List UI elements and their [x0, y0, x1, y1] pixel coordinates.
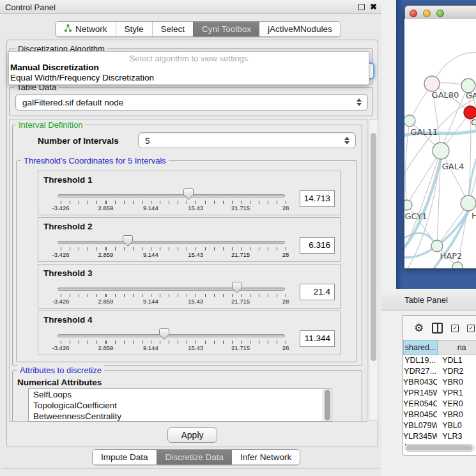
- threshold-panel-1: Threshold 1-3.4262.8599.14415.4321.71528…: [38, 171, 341, 215]
- column-header-name[interactable]: na: [438, 340, 476, 355]
- table-row[interactable]: YBR043CYBR0: [403, 377, 476, 388]
- table-header-row: shared... na: [403, 340, 476, 355]
- tick-label: 21.715: [231, 344, 250, 351]
- slider-track[interactable]: [58, 334, 285, 337]
- attribute-item-topologicalcoefficient[interactable]: TopologicalCoefficient: [29, 400, 332, 411]
- combo-stepper-icon: [357, 98, 362, 106]
- scrollbar-thumb[interactable]: [371, 133, 376, 361]
- cell-shared-name: YER054C: [403, 399, 437, 410]
- table-toolbar: ⚙ ✓ ✓: [403, 316, 476, 340]
- window-close-icon[interactable]: [410, 10, 417, 17]
- number-of-intervals-combobox[interactable]: 5: [138, 132, 356, 148]
- network-node-c[interactable]: [464, 106, 476, 119]
- table-row[interactable]: YDL19...YDL1: [403, 355, 476, 366]
- network-icon: [64, 24, 72, 35]
- cell-name: YBR0: [437, 410, 476, 420]
- column-header-shared-name[interactable]: shared...: [403, 340, 438, 355]
- network-node-gal80[interactable]: [424, 76, 440, 91]
- network-node-h[interactable]: [461, 196, 476, 211]
- network-canvas[interactable]: GAL80GACGAL11GAL4GCY1HHAP2: [404, 19, 476, 268]
- slider-track[interactable]: [58, 194, 285, 197]
- tick-label: 21.715: [231, 251, 250, 258]
- threshold-value-field[interactable]: 14.713: [300, 190, 335, 207]
- cytoscape-app: Control Panel ✖ NetworkStyleSelectCyni T…: [0, 0, 476, 476]
- tab-label: Style: [125, 24, 144, 34]
- tick-label: 2.859: [98, 298, 114, 305]
- network-node-gal4[interactable]: [433, 142, 449, 159]
- table-row[interactable]: YER054CYER0: [403, 399, 476, 410]
- network-node-hap2[interactable]: [431, 240, 443, 252]
- checkbox-checked-icon[interactable]: ✓: [451, 325, 459, 332]
- tab-cyni-toolbox[interactable]: Cyni Toolbox: [193, 22, 259, 36]
- threshold-panel-4: Threshold 4-3.4262.8599.14415.4321.71528…: [38, 311, 341, 355]
- tick-label: 2.859: [98, 344, 114, 351]
- tick-label: -3.426: [52, 251, 70, 258]
- tab-jactivemnodules[interactable]: jActiveMNodules: [259, 22, 341, 36]
- cell-shared-name: YPR145W: [403, 388, 437, 399]
- cell-name: YDR2: [437, 366, 476, 377]
- dropdown-option-equal-width-frequency-discretization[interactable]: Equal Width/Frequency Discretization: [9, 73, 369, 83]
- tab-label: Network: [75, 24, 107, 34]
- checkbox-checked-icon[interactable]: ✓: [467, 325, 475, 332]
- dropdown-option-manual-discretization[interactable]: Manual Discretization: [9, 63, 369, 73]
- table-rows: YDL19...YDL1YDR27...YDR2YBR043CYBR0YPR14…: [403, 355, 476, 453]
- table-row[interactable]: YDR27...YDR2: [403, 366, 476, 377]
- table-horizontal-scrollbar[interactable]: [404, 444, 475, 452]
- slider-thumb[interactable]: [159, 328, 169, 340]
- tick-label: 9.144: [143, 344, 158, 351]
- node-label: GA: [466, 91, 476, 100]
- scrollbar-thumb[interactable]: [325, 390, 330, 420]
- control-panel-titlebar: Control Panel ✖: [0, 0, 381, 14]
- tab-impute-data[interactable]: Impute Data: [93, 450, 157, 464]
- tick-label: 2.859: [98, 204, 114, 211]
- float-window-icon[interactable]: [358, 4, 365, 10]
- table-row[interactable]: YBR045CYBR0: [403, 410, 476, 420]
- network-node-gcy1[interactable]: [404, 200, 412, 210]
- threshold-panel-3: Threshold 3-3.4262.8599.14415.4321.71528…: [38, 264, 341, 309]
- close-icon[interactable]: ✖: [370, 2, 377, 12]
- window-minimize-icon[interactable]: [423, 10, 431, 17]
- split-columns-icon[interactable]: [432, 323, 443, 334]
- cell-name: YPR1: [437, 388, 476, 399]
- table-row[interactable]: YLR345WYLR3: [403, 431, 476, 442]
- scrollbar-thumb[interactable]: [406, 445, 472, 450]
- threshold-value-field[interactable]: 21.4: [300, 284, 335, 300]
- slider-thumb[interactable]: [123, 235, 133, 247]
- window-zoom-icon[interactable]: [436, 10, 444, 17]
- node-label: GAL4: [442, 162, 464, 171]
- table-data-value: galFiltered.sif default node: [22, 98, 123, 107]
- attributes-list-scrollbar[interactable]: [323, 389, 331, 421]
- tab-select[interactable]: Select: [152, 22, 194, 36]
- numerical-attributes-label: Numerical Attributes: [17, 378, 102, 387]
- threshold-value-field[interactable]: 6.316: [300, 237, 335, 254]
- tab-infer-network[interactable]: Infer Network: [232, 450, 300, 464]
- tick-label: 9.144: [143, 251, 158, 258]
- apply-button[interactable]: Apply: [167, 427, 217, 443]
- slider-thumb[interactable]: [232, 282, 242, 293]
- tab-label: Cyni Toolbox: [202, 24, 251, 34]
- table-row[interactable]: YBL079WYBL0: [403, 420, 476, 431]
- slider-thumb[interactable]: [183, 188, 194, 200]
- tab-network[interactable]: Network: [56, 22, 116, 36]
- settings-vertical-scrollbar[interactable]: [369, 119, 378, 421]
- panel-divider: [3, 468, 379, 469]
- threshold-value-field[interactable]: 11.344: [300, 330, 335, 347]
- slider-ticks: [61, 341, 287, 344]
- attributes-group-title: Attributes to discretize: [17, 365, 104, 375]
- table-data-combobox[interactable]: galFiltered.sif default node: [15, 94, 368, 111]
- network-window-titlebar[interactable]: [405, 6, 476, 20]
- slider-track[interactable]: [58, 241, 285, 244]
- attribute-item-selfloops[interactable]: SelfLoops: [29, 389, 332, 400]
- tab-discretize-data[interactable]: Discretize Data: [157, 450, 233, 464]
- numerical-attributes-list: SelfLoopsTopologicalCoefficientBetweenne…: [28, 388, 332, 422]
- node-label: H: [472, 211, 476, 220]
- cell-shared-name: YDR27...: [403, 366, 437, 377]
- tab-style[interactable]: Style: [116, 22, 152, 36]
- node-label: GAL80: [432, 90, 459, 100]
- attribute-item-betweennesscentrality[interactable]: BetweennessCentrality: [29, 411, 332, 422]
- slider-track[interactable]: [58, 288, 285, 291]
- network-node-gal11[interactable]: [404, 115, 415, 127]
- table-row[interactable]: YPR145WYPR1: [403, 388, 476, 399]
- network-node[interactable]: [452, 262, 463, 268]
- gear-icon[interactable]: ⚙: [414, 323, 424, 334]
